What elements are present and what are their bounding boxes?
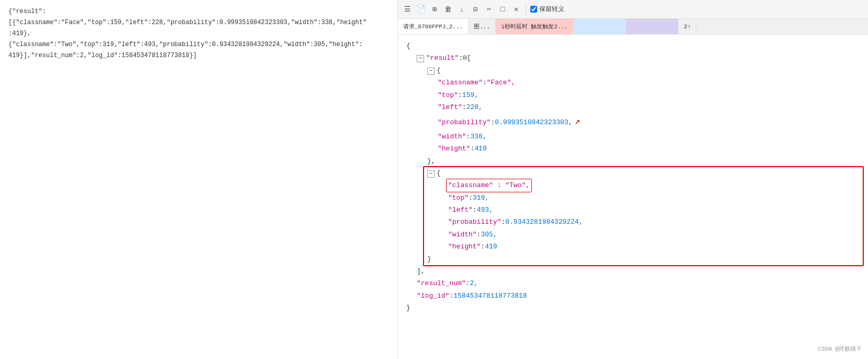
tab-lavender[interactable] (626, 19, 678, 34)
result-num-key: "result_num" (417, 277, 466, 289)
arrow-indicator: ↗ (574, 113, 580, 130)
tab-count-label: 2↑ (684, 24, 691, 30)
two-height-key: "height" (448, 241, 481, 253)
preserve-escape-checkbox-label[interactable]: 保留转义 (530, 5, 564, 14)
toolbar-divider (526, 5, 526, 14)
json-viewer: { − "result" :⊟[ − { "classname" : "Face… (398, 35, 868, 359)
tab-bar: 请求_0706FPPJ_2... 图... 1秒时延时 触发触发2... 2↑ (398, 19, 868, 35)
result-key: "result" (426, 52, 459, 64)
two-width-val: 305, (481, 229, 497, 241)
face-probability-line: "probability" : 0.9993510842323303, ↗ (406, 113, 860, 130)
two-classname-line: "classname" : "Two", (427, 179, 860, 191)
face-probability-key: "probability" (438, 116, 491, 128)
two-obj-open: − { (427, 167, 860, 179)
face-classname-val: "Face", (487, 77, 516, 89)
face-width-key: "width" (438, 130, 466, 143)
face-top-val: 159, (462, 89, 478, 101)
two-classname-key: "classname" (448, 181, 493, 189)
two-top-key: "top" (448, 192, 469, 204)
toolbar-table-icon[interactable]: ⊞ (429, 4, 440, 15)
root-open: { (406, 40, 860, 52)
face-height-line: "height" : 419 (406, 143, 860, 155)
two-obj-container: − { "classname" : "Two", "top" : 319, (427, 167, 860, 265)
toolbar-delete-icon[interactable]: 🗑 (443, 4, 453, 15)
two-top-line: "top" : 319, (427, 192, 860, 204)
two-height-val: 419 (485, 241, 497, 253)
toolbar: ☰ 📄 ⊞ 🗑 ↓ ⊡ ✂ □ ✕ 保留转义 (398, 0, 868, 19)
root-close: } (406, 302, 860, 314)
face-width-val: 338, (470, 130, 486, 143)
csdn-watermark: CSDN @拌败猫子 (818, 344, 862, 355)
face-top-line: "top" : 159, (406, 89, 860, 101)
tab-count[interactable]: 2↑ (678, 19, 696, 34)
tab-request-label: 请求_0706FPPJ_2... (403, 23, 463, 30)
face-left-val: 228, (466, 101, 483, 113)
two-left-val: 493, (477, 204, 493, 216)
left-panel-content: {"result": [{"classname":"Face","top":15… (8, 6, 389, 61)
csdn-label: CSDN @拌败猫子 (818, 346, 862, 352)
two-height-line: "height" : 419 (427, 241, 860, 253)
result-num-line: "result_num" : 2, (406, 277, 860, 289)
toolbar-paste-icon[interactable]: □ (497, 4, 508, 15)
tab-lightblue[interactable] (574, 19, 626, 34)
array-close: ], (406, 265, 860, 277)
tab-lavender-label (631, 24, 673, 30)
tab-pink[interactable]: 1秒时延时 触发触发2... (496, 19, 574, 34)
face-probability-val: 0.9993510842323303, (495, 116, 572, 128)
face-height-val: 419 (474, 143, 486, 155)
tab-request[interactable]: 请求_0706FPPJ_2... (398, 19, 469, 34)
result-key-line: − "result" :⊟[ (406, 52, 860, 64)
lp-line-5: 419}],"result_num":2,"log_id":1584534781… (8, 50, 389, 61)
left-panel: {"result": [{"classname":"Face","top":15… (0, 0, 398, 359)
two-obj-close: } (427, 253, 860, 265)
two-top-val: 319, (473, 192, 489, 204)
log-id-line: "log_id" : 158453478118773818 (406, 290, 860, 302)
face-top-key: "top" (438, 89, 458, 101)
toolbar-list-icon[interactable]: ☰ (402, 4, 413, 15)
face-height-key: "height" (438, 143, 470, 155)
log-id-val: 158453478118773818 (453, 290, 527, 302)
lp-line-2: [{"classname":"Face","top":159,"left":22… (8, 17, 389, 28)
face-obj-close: }, (406, 155, 860, 167)
result-collapse[interactable]: − (417, 55, 424, 62)
two-left-key: "left" (448, 204, 473, 216)
face-obj-open: − { (406, 64, 860, 77)
face-classname-line: "classname" : "Face", (406, 77, 860, 89)
two-left-line: "left" : 493, (427, 204, 860, 216)
toolbar-doc-icon[interactable]: 📄 (416, 4, 426, 15)
preserve-escape-label: 保留转义 (539, 5, 564, 14)
result-num-val: 2, (470, 277, 478, 289)
tab-lightblue-label (579, 24, 620, 30)
toolbar-copy-icon[interactable]: ⊡ (470, 4, 481, 15)
tab-2-label: 图... (474, 23, 490, 30)
tab-pink-label: 1秒时延时 触发触发2... (501, 23, 568, 30)
two-probability-key: "probability" (448, 216, 501, 228)
two-classname-val: "Two", (505, 181, 530, 189)
log-id-key: "log_id" (417, 290, 449, 302)
face-left-line: "left" : 228, (406, 101, 860, 113)
preserve-escape-checkbox[interactable] (530, 6, 537, 13)
lp-line-4: {"classname":"Two","top":319,"left":493,… (8, 39, 389, 50)
lp-line-1: {"result": (8, 6, 389, 17)
face-left-key: "left" (438, 101, 462, 113)
two-width-line: "width" : 305, (427, 229, 860, 241)
two-probability-val: 0.9343281984329224, (505, 216, 583, 228)
face-width-line: "width" : 338, (406, 130, 860, 143)
two-collapse[interactable]: − (427, 170, 435, 178)
toolbar-download-icon[interactable]: ↓ (457, 4, 467, 15)
tab-2[interactable]: 图... (469, 19, 496, 34)
face-collapse[interactable]: − (427, 68, 435, 75)
lp-line-3: :419}, (8, 28, 389, 39)
right-panel: ☰ 📄 ⊞ 🗑 ↓ ⊡ ✂ □ ✕ 保留转义 请求_0706FPPJ_2... … (398, 0, 868, 359)
two-width-key: "width" (448, 229, 477, 241)
toolbar-cut-icon[interactable]: ✂ (484, 4, 494, 15)
face-classname-key: "classname" (438, 77, 483, 89)
toolbar-close-icon[interactable]: ✕ (511, 4, 521, 15)
two-probability-line: "probability" : 0.9343281984329224, (427, 216, 860, 228)
